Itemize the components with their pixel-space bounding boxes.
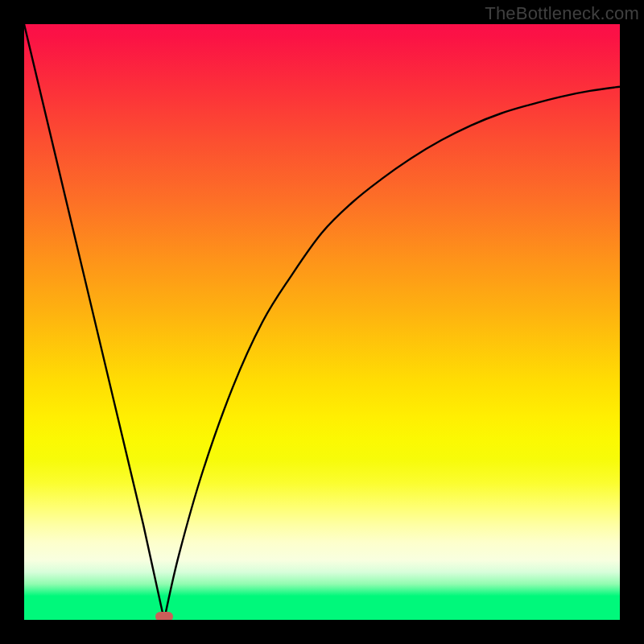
plot-area (24, 24, 620, 620)
bottleneck-curve (24, 24, 620, 620)
curve-svg (24, 24, 620, 620)
chart-frame: TheBottleneck.com (0, 0, 644, 644)
optimum-marker-icon (155, 612, 173, 620)
watermark-text: TheBottleneck.com (485, 3, 639, 24)
